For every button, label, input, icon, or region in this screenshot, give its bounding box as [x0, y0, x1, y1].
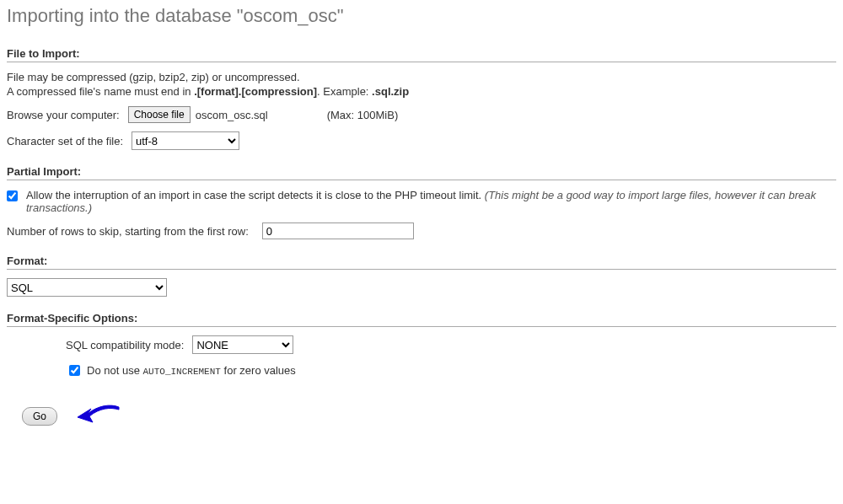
help-ext-format: .[format].[compression]: [194, 85, 317, 98]
section-file-to-import: File to Import:: [7, 47, 836, 62]
page-title: Importing into the database "oscom_osc": [7, 5, 836, 27]
browse-label: Browse your computer:: [7, 109, 120, 121]
autoincrement-checkbox[interactable]: [69, 365, 80, 376]
max-size-hint: (Max: 100MiB): [327, 109, 399, 121]
help-extension: A compressed file's name must end in .[f…: [7, 85, 836, 98]
section-format-specific: Format-Specific Options:: [7, 312, 836, 327]
help-ext-prefix: A compressed file's name must end in: [7, 85, 194, 98]
charset-label: Character set of the file:: [7, 135, 123, 147]
go-button[interactable]: Go: [22, 407, 57, 426]
compat-mode-label: SQL compatibility mode:: [66, 339, 184, 351]
autoinc-code: AUTO_INCREMENT: [143, 367, 221, 377]
skip-rows-label: Number of rows to skip, starting from th…: [7, 225, 249, 238]
charset-select[interactable]: utf-8: [132, 131, 239, 150]
chosen-filename: oscom_osc.sql: [196, 109, 268, 121]
compat-mode-select[interactable]: NONE: [192, 335, 293, 354]
allow-interruption-main: Allow the interruption of an import in c…: [26, 189, 485, 201]
help-ext-example: .sql.zip: [372, 85, 409, 98]
choose-file-button[interactable]: Choose file: [128, 106, 191, 123]
format-select[interactable]: SQL: [7, 278, 167, 297]
section-partial-import: Partial Import:: [7, 165, 836, 180]
allow-interruption-checkbox[interactable]: [7, 190, 18, 201]
help-compression: File may be compressed (gzip, bzip2, zip…: [7, 71, 836, 83]
skip-rows-input[interactable]: [262, 223, 414, 239]
help-ext-mid: . Example:: [317, 85, 372, 98]
autoincrement-label: Do not use AUTO_INCREMENT for zero value…: [87, 364, 296, 377]
pointer-arrow-icon: [72, 402, 123, 430]
section-format: Format:: [7, 255, 836, 270]
autoinc-prefix: Do not use: [87, 364, 143, 377]
autoinc-suffix: for zero values: [221, 364, 296, 377]
allow-interruption-text: Allow the interruption of an import in c…: [26, 189, 836, 214]
